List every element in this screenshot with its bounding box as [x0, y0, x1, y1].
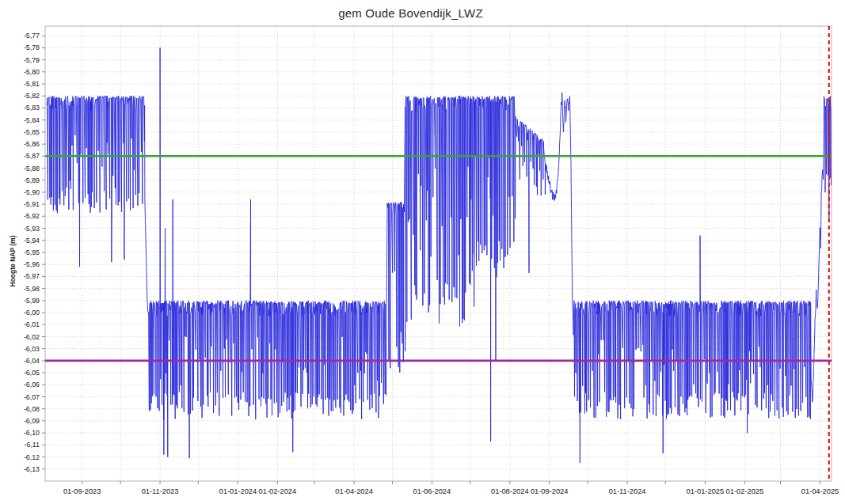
- x-tick-label: 01-02-2025: [726, 487, 764, 495]
- y-tick-label: -6,11: [25, 441, 40, 449]
- series-path: [47, 47, 832, 463]
- y-tick-label: -5,99: [24, 297, 40, 305]
- y-tick-label: -6,08: [24, 405, 40, 413]
- x-tick-label: 01-11-2024: [609, 487, 646, 495]
- x-tick-label: 01-01-2025: [687, 487, 725, 495]
- y-tick-label: -5,95: [24, 248, 40, 256]
- x-tick-label: 01-08-2024: [491, 487, 529, 495]
- y-tick-label: -5,97: [24, 272, 40, 280]
- x-tick-labels: 01-09-202301-11-202301-01-202401-02-2024…: [63, 487, 839, 495]
- plot-border: [45, 26, 832, 481]
- y-tick-label: -5,81: [24, 80, 40, 88]
- x-tick-label: 01-01-2024: [219, 487, 257, 495]
- x-tick-label: 01-04-2024: [335, 487, 373, 495]
- y-tick-label: -5,79: [24, 56, 40, 64]
- y-tick-label: -5,96: [24, 260, 40, 268]
- x-tick-label: 01-09-2023: [63, 487, 101, 495]
- y-tick-label: -5,77: [24, 32, 40, 40]
- plot-canvas: -5,77-5,78-5,79-5,80-5,81-5,82-5,83-5,84…: [0, 0, 845, 504]
- y-tick-label: -6,12: [24, 453, 40, 461]
- axis-ticks: [42, 36, 820, 484]
- y-tick-label: -5,83: [24, 104, 40, 112]
- y-tick-label: -5,90: [24, 188, 40, 196]
- y-tick-label: -5,82: [24, 92, 40, 100]
- y-tick-label: -6,01: [24, 320, 40, 328]
- chart-figure: gem Oude Bovendijk_LWZ Hoogte NAP (m) -5…: [0, 0, 845, 504]
- x-tick-label: 01-04-2025: [801, 487, 839, 495]
- x-tick-label: 01-02-2024: [259, 487, 297, 495]
- y-tick-label: -5,93: [24, 225, 40, 233]
- y-tick-label: -6,04: [24, 357, 40, 365]
- y-tick-label: -5,78: [24, 44, 40, 51]
- y-tick-label: -6,07: [24, 393, 40, 401]
- y-tick-label: -6,13: [24, 465, 40, 473]
- y-tick-label: -5,98: [24, 285, 40, 293]
- y-tick-label: -5,88: [24, 165, 40, 172]
- y-tick-labels: -5,77-5,78-5,79-5,80-5,81-5,82-5,83-5,84…: [24, 32, 40, 473]
- x-tick-label: 01-09-2024: [531, 487, 569, 495]
- y-tick-label: -5,91: [24, 200, 40, 208]
- y-tick-label: -5,84: [24, 116, 40, 124]
- y-tick-label: -6,03: [24, 345, 40, 353]
- y-tick-label: -5,86: [24, 140, 40, 148]
- y-tick-label: -5,80: [24, 68, 40, 76]
- x-tick-label: 01-11-2023: [142, 487, 179, 495]
- y-tick-label: -6,09: [24, 417, 40, 425]
- y-tick-label: -5,85: [24, 128, 40, 136]
- y-tick-label: -5,94: [24, 237, 40, 244]
- x-tick-label: 01-06-2024: [413, 487, 451, 495]
- gridlines: [45, 26, 832, 481]
- y-tick-label: -6,02: [24, 333, 40, 341]
- y-tick-label: -6,00: [24, 309, 40, 316]
- y-tick-label: -5,92: [24, 212, 40, 220]
- y-tick-label: -5,87: [24, 152, 40, 160]
- y-tick-label: -6,10: [24, 429, 40, 437]
- y-tick-label: -5,89: [24, 176, 40, 184]
- y-tick-label: -6,06: [24, 381, 40, 388]
- y-tick-label: -6,05: [24, 369, 40, 377]
